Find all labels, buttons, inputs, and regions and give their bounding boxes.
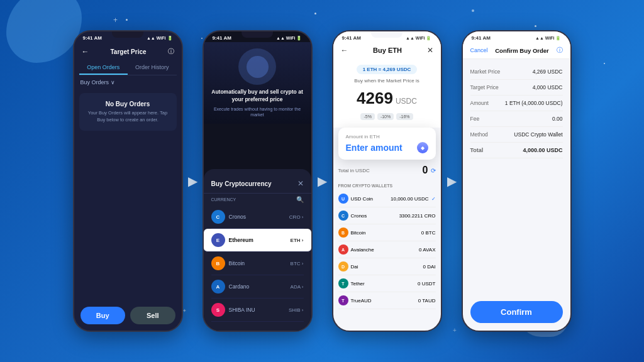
wallet-left-taud: T TrueAUD — [338, 295, 372, 305]
wallet-left: U USD Coin — [338, 194, 374, 204]
phone-4-info-icon[interactable]: ⓘ — [557, 46, 563, 55]
wallet-item-cro[interactable]: C Cronos 3300.2211 CRO — [338, 207, 436, 224]
search-icon[interactable]: 🔍 — [296, 196, 304, 203]
taud-name: TrueAUD — [351, 298, 372, 304]
phone-4-time: 9:41 AM — [472, 35, 491, 41]
phone-1-status-icons: ▲▲ WiFi 🔋 — [147, 36, 173, 41]
shib-name: SHIBA INU — [229, 307, 255, 313]
wallet-item-taud[interactable]: T TrueAUD 0 TAUD — [338, 292, 436, 309]
total-usdc-section: Total in USDC 0 ⟳ — [333, 160, 441, 181]
total-label-confirm: Total — [470, 147, 484, 153]
phone-3-back-icon[interactable]: ← — [341, 46, 348, 55]
market-price-value: 4,269 USDC — [533, 69, 563, 75]
currency-item-shib[interactable]: S SHIBA INU SHIB › — [211, 299, 304, 322]
dai-icon: D — [338, 261, 348, 272]
close-icon[interactable]: ✕ — [297, 179, 304, 188]
phone-3-header: ← Buy ETH ✕ — [333, 42, 441, 58]
btc-wallet-icon: B — [338, 228, 348, 238]
phone-2-promo: Automatically buy and sell crypto at you… — [204, 42, 311, 124]
target-price-unit: USDC — [396, 97, 417, 106]
buy-when-text: Buy when the Market Price is — [338, 78, 436, 84]
phone-3-price-section: 1 ETH = 4,269 USDC Buy when the Market P… — [333, 58, 441, 128]
phones-container: 9:41 AM ▲▲ WiFi 🔋 ← Target Price ⓘ Open … — [0, 0, 644, 362]
btc-wallet-name: Bitcoin — [351, 230, 366, 236]
tab-open-orders[interactable]: Open Orders — [79, 61, 128, 75]
avax-name: Avalanche — [351, 247, 374, 253]
eth-ticker: ETH › — [291, 238, 304, 243]
wallet-item-usd[interactable]: U USD Coin 10,000.00 USDC ✓ — [338, 190, 436, 207]
phone-3-title: Buy ETH — [373, 47, 402, 54]
currency-item-cro[interactable]: C Cronos CRO › — [211, 206, 304, 229]
btc-ticker: BTC › — [291, 261, 304, 266]
dai-balance: 0 DAI — [423, 264, 435, 270]
phone-2-time: 9:41 AM — [213, 35, 231, 41]
avax-balance: 0 AVAX — [419, 247, 435, 253]
pct-btn-5[interactable]: -5% — [360, 113, 374, 120]
pct-btn-16[interactable]: -16% — [396, 113, 413, 120]
ada-ticker: ADA › — [291, 284, 304, 290]
currency-left-eth: E Ethereum — [211, 233, 253, 247]
arrow-2: ▶ — [318, 173, 327, 189]
wallet-item-dai[interactable]: D Dai 0 DAI — [338, 258, 436, 275]
avax-icon: A — [338, 244, 348, 255]
refresh-icon[interactable]: ⟳ — [431, 167, 436, 174]
order-row-fee: Fee 0.00 — [470, 111, 563, 127]
sheet-header: Buy Cryptocurrency ✕ — [204, 175, 311, 194]
btc-name: Bitcoin — [229, 260, 245, 266]
back-icon[interactable]: ← — [82, 47, 89, 56]
dai-name: Dai — [351, 264, 358, 270]
wallet-item-btc[interactable]: B Bitcoin 0 BTC — [338, 224, 436, 241]
shib-ticker: SHIB › — [289, 307, 304, 313]
wallet-item-tether[interactable]: T Tether 0 USDT — [338, 275, 436, 292]
info-icon[interactable]: ⓘ — [168, 47, 174, 56]
currency-item-eth[interactable]: E Ethereum ETH › — [204, 229, 311, 252]
currency-label: CURRENCY — [211, 197, 236, 202]
taud-balance: 0 TAUD — [418, 298, 436, 304]
wallet-right: 10,000.00 USDC ✓ — [391, 196, 435, 202]
tether-balance: 0 USDT — [418, 281, 435, 287]
tether-name: Tether — [351, 281, 365, 287]
total-value-row: 0 ⟳ — [423, 165, 436, 176]
currency-left-cro: C Cronos — [211, 210, 246, 224]
wallets-header: FROM CRYPTO WALLETS — [333, 181, 441, 190]
ada-name: Cardano — [229, 283, 250, 290]
tab-order-history[interactable]: Order History — [128, 61, 177, 75]
sell-button[interactable]: Sell — [130, 307, 175, 324]
market-price-label: Market Price — [470, 69, 501, 75]
phone-3-close-icon[interactable]: ✕ — [427, 46, 433, 55]
eth-price-badge: 1 ETH = 4,269 USDC — [357, 65, 418, 74]
amount-input[interactable]: Enter amount — [346, 143, 402, 153]
wallets-list: U USD Coin 10,000.00 USDC ✓ C Cronos 330… — [333, 190, 441, 309]
wallet-item-avax[interactable]: A Avalanche 0 AVAX — [338, 241, 436, 258]
eth-name: Ethereum — [229, 237, 253, 243]
phone-4-notch — [501, 31, 532, 38]
currency-item-ada[interactable]: A Cardano ADA › — [211, 275, 304, 299]
wallet-left-cro: C Cronos — [338, 211, 367, 221]
pct-btn-10[interactable]: -10% — [377, 113, 394, 120]
cro-wallet-name: Cronos — [351, 213, 367, 219]
promo-text: Automatically buy and sell crypto at you… — [210, 89, 305, 104]
phone-1-header: ← Target Price ⓘ — [74, 42, 182, 61]
cancel-button[interactable]: Cancel — [470, 47, 488, 53]
currency-item-btc[interactable]: B Bitcoin BTC › — [211, 252, 304, 275]
phone-3-buy-eth: 9:41 AM ▲▲ WiFi 🔋 ← Buy ETH ✕ 1 ETH = 4,… — [332, 30, 442, 332]
fee-value: 0.00 — [552, 116, 563, 122]
wallet-left-tether: T Tether — [338, 278, 365, 288]
phone-2-buy-crypto: 9:41 AM ▲▲ WiFi 🔋 Automatically buy and … — [203, 30, 313, 332]
order-row-market-price: Market Price 4,269 USDC — [470, 64, 563, 80]
phone-1-bottom-buttons: Buy Sell — [80, 307, 175, 324]
currency-left-ada: A Cardano — [211, 280, 250, 293]
phone-4-confirm: 9:41 AM ▲▲ WiFi 🔋 Cancel Confirm Buy Ord… — [462, 30, 572, 332]
buy-orders-label[interactable]: Buy Orders ∨ — [74, 75, 182, 89]
confirm-button[interactable]: Confirm — [470, 301, 563, 323]
buy-button[interactable]: Buy — [80, 307, 126, 324]
cro-balance: 3300.2211 CRO — [399, 213, 436, 219]
currency-section: CURRENCY 🔍 C Cronos CRO › E Ethereum — [204, 194, 311, 324]
amount-popup: Amount in ETH Enter amount ◆ — [338, 128, 436, 160]
no-orders-box: No Buy Orders Your Buy Orders will appea… — [79, 93, 177, 131]
check-icon: ✓ — [431, 196, 436, 202]
tether-icon: T — [338, 278, 348, 288]
phone-4-title: Confirm Buy Order — [495, 47, 549, 54]
currency-left-btc: B Bitcoin — [211, 256, 245, 270]
phone-3-notch — [371, 31, 402, 38]
